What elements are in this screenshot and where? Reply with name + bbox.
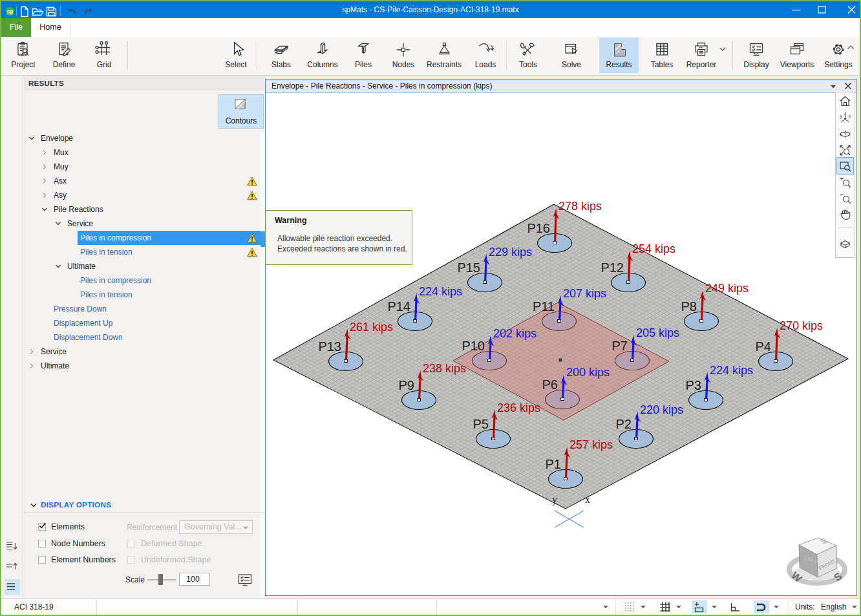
svg-text:P9: P9 (399, 378, 414, 392)
svg-text:P12: P12 (601, 260, 624, 275)
svg-text:205 kips: 205 kips (636, 326, 679, 339)
svg-text:y: y (552, 494, 557, 505)
svg-text:P6: P6 (542, 377, 558, 392)
svg-text:x: x (849, 114, 851, 118)
svg-text:261 kips: 261 kips (350, 321, 393, 334)
svg-text:P8: P8 (681, 299, 697, 313)
svg-text:P2: P2 (616, 417, 632, 431)
svg-text:270 kips: 270 kips (780, 319, 823, 332)
svg-text:P15: P15 (457, 260, 480, 275)
svg-text:224 kips: 224 kips (419, 285, 462, 298)
svg-text:257 kips: 257 kips (569, 438, 613, 451)
svg-text:220 kips: 220 kips (640, 403, 683, 416)
svg-text:202 kips: 202 kips (493, 327, 537, 340)
svg-text:229 kips: 229 kips (489, 246, 532, 259)
svg-text:249 kips: 249 kips (705, 282, 749, 295)
svg-text:P11: P11 (533, 299, 555, 313)
svg-text:x: x (585, 494, 590, 505)
svg-text:z: z (844, 111, 846, 116)
svg-text:y: y (840, 114, 843, 119)
svg-text:P3: P3 (686, 378, 701, 392)
svg-text:P7: P7 (612, 339, 628, 353)
svg-text:P16: P16 (527, 221, 550, 235)
svg-text:P4: P4 (756, 339, 771, 354)
svg-text:207 kips: 207 kips (563, 287, 606, 300)
svg-text:224 kips: 224 kips (710, 364, 753, 377)
svg-text:P5: P5 (473, 417, 489, 431)
svg-text:200 kips: 200 kips (566, 366, 610, 379)
svg-text:236 kips: 236 kips (497, 401, 540, 414)
svg-text:P1: P1 (546, 457, 561, 471)
svg-text:254 kips: 254 kips (632, 242, 675, 255)
svg-text:P14: P14 (387, 299, 410, 313)
svg-text:238 kips: 238 kips (423, 362, 466, 375)
svg-text:P13: P13 (318, 339, 341, 354)
svg-text:P10: P10 (462, 339, 485, 353)
svg-text:278 kips: 278 kips (558, 200, 602, 213)
